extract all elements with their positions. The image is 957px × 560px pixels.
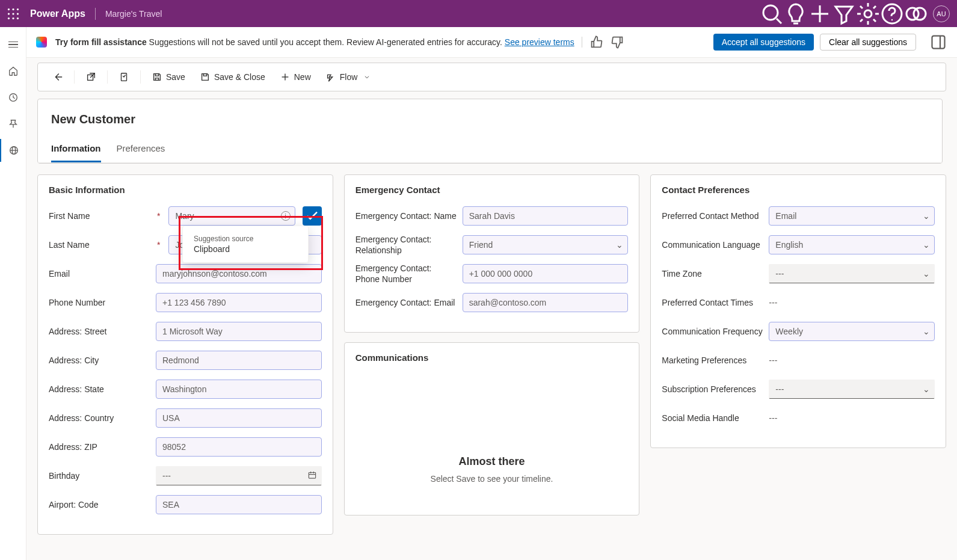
flow-button[interactable]: Flow (319, 69, 377, 85)
copilot-panel-icon[interactable] (929, 33, 947, 51)
phone-input[interactable]: +1 123 456 7890 (156, 293, 322, 312)
clear-all-button[interactable]: Clear all suggestions (820, 34, 916, 51)
lightbulb-icon[interactable] (784, 0, 808, 27)
info-icon[interactable]: i (281, 211, 291, 221)
environment-label[interactable]: Margie's Travel (105, 9, 162, 19)
tab-preferences[interactable]: Preferences (117, 143, 165, 162)
check-access-button[interactable] (112, 69, 135, 85)
left-nav-rail (0, 27, 26, 560)
city-input[interactable]: Redmond (156, 351, 322, 370)
cp-timezone-label: Time Zone (662, 269, 764, 278)
airport-label: Airport: Code (49, 500, 98, 509)
state-label: Address: State (49, 384, 104, 394)
emergency-heading: Emergency Contact (355, 185, 629, 195)
pinned-icon[interactable] (0, 112, 26, 135)
brand-label: Power Apps (30, 8, 85, 19)
thumbs-up-icon[interactable] (589, 35, 604, 49)
preview-terms-link[interactable]: See preview terms (505, 37, 574, 47)
birthday-input[interactable]: --- (156, 466, 322, 485)
tab-row: Information Preferences (38, 130, 942, 163)
svg-point-8 (17, 17, 19, 19)
header-divider (95, 8, 96, 20)
contact-prefs-section: Contact Preferences Preferred Contact Me… (650, 174, 946, 448)
cp-method-select[interactable]: Email (769, 206, 935, 226)
cp-subscription-select[interactable]: --- (769, 380, 935, 399)
assistant-icon[interactable] (904, 0, 928, 27)
birthday-label: Birthday (49, 471, 79, 481)
calendar-icon[interactable] (307, 470, 317, 482)
cp-freq-label: Communication Frequency (662, 327, 764, 336)
ec-name-input[interactable]: Sarah Davis (463, 206, 629, 226)
gear-icon[interactable] (856, 0, 880, 27)
ec-email-input[interactable]: sarah@contoso.com (463, 293, 629, 312)
main-content: Try form fill assistance Suggestions wil… (26, 27, 957, 560)
required-indicator: * (157, 211, 160, 221)
cp-social-value[interactable]: --- (769, 413, 777, 423)
svg-point-4 (12, 13, 14, 14)
tooltip-value: Clipboard (194, 244, 297, 254)
svg-point-5 (17, 13, 19, 14)
city-label: Address: City (49, 355, 99, 365)
new-button[interactable]: New (274, 69, 317, 85)
svg-point-7 (12, 17, 14, 19)
contact-prefs-heading: Contact Preferences (662, 185, 935, 195)
airport-input[interactable]: SEA (156, 495, 322, 514)
app-header: Power Apps Margie's Travel AU (0, 0, 957, 27)
country-input[interactable]: USA (156, 408, 322, 428)
last-name-label: Last Name (49, 240, 90, 250)
cp-language-select[interactable]: English (769, 235, 935, 254)
svg-point-0 (8, 8, 10, 10)
cp-language-label: Communication Language (662, 240, 764, 250)
ec-email-label: Emergency Contact: Email (355, 298, 458, 307)
tooltip-label: Suggestion source (194, 235, 297, 243)
svg-point-6 (8, 17, 10, 19)
svg-point-3 (8, 13, 10, 14)
cp-times-label: Preferred Contact Times (662, 298, 764, 307)
country-label: Address: Country (49, 413, 114, 423)
ec-name-label: Emergency Contact: Name (355, 211, 458, 221)
svg-point-2 (17, 8, 19, 10)
globe-icon[interactable] (0, 139, 26, 162)
ec-phone-label: Emergency Contact: Phone Number (355, 263, 458, 285)
thumbs-down-icon[interactable] (610, 35, 624, 49)
back-button[interactable] (46, 69, 69, 85)
ec-phone-input[interactable]: +1 000 000 0000 (463, 264, 629, 283)
help-icon[interactable] (880, 0, 904, 27)
home-icon[interactable] (0, 60, 26, 82)
accept-suggestion-button[interactable] (303, 206, 322, 226)
comms-empty-title: Almost there (355, 455, 629, 468)
svg-rect-29 (203, 74, 206, 76)
state-input[interactable]: Washington (156, 380, 322, 399)
comms-heading: Communications (355, 352, 629, 363)
required-indicator: * (157, 240, 160, 250)
add-icon[interactable] (808, 0, 832, 27)
street-label: Address: Street (49, 327, 107, 336)
open-new-window-button[interactable] (79, 69, 102, 85)
email-input[interactable]: maryjohnson@contoso.com (156, 264, 322, 283)
svg-point-1 (12, 8, 14, 10)
save-close-button[interactable]: Save & Close (194, 69, 271, 85)
hamburger-icon[interactable] (0, 33, 26, 56)
cp-method-label: Preferred Contact Method (662, 211, 764, 221)
search-icon[interactable] (760, 0, 784, 27)
street-input[interactable]: 1 Microsoft Way (156, 322, 322, 341)
user-avatar[interactable]: AU (933, 5, 950, 22)
cp-timezone-select[interactable]: --- (769, 264, 935, 283)
emergency-contact-section: Emergency Contact Emergency Contact: Nam… (344, 174, 640, 333)
recent-icon[interactable] (0, 86, 26, 109)
cp-freq-select[interactable]: Weekly (769, 322, 935, 341)
ec-relationship-select[interactable]: Friend (463, 235, 629, 254)
cp-marketing-value[interactable]: --- (769, 355, 777, 365)
tab-information[interactable]: Information (51, 143, 101, 162)
save-button[interactable]: Save (146, 69, 191, 85)
svg-line-10 (777, 19, 781, 23)
filter-icon[interactable] (832, 0, 856, 27)
cp-social-label: Social Media Handle (662, 413, 764, 423)
svg-point-15 (891, 19, 893, 20)
accept-all-button[interactable]: Accept all suggestions (713, 34, 814, 51)
cp-times-value[interactable]: --- (769, 298, 777, 307)
zip-input[interactable]: 98052 (156, 437, 322, 457)
suggestion-tooltip: Suggestion source Clipboard (182, 226, 309, 263)
first-name-input[interactable]: Mary (168, 206, 295, 226)
waffle-icon[interactable] (7, 8, 19, 20)
